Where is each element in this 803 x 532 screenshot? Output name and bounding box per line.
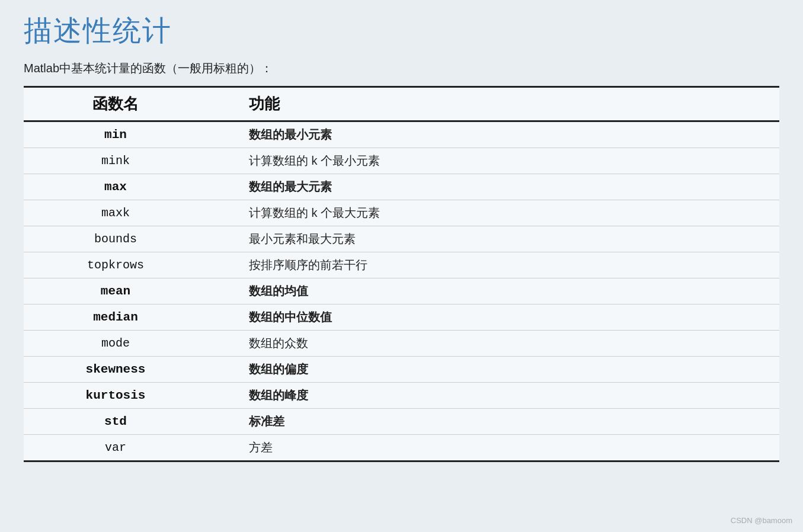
cell-func-desc: 数组的偏度 [213, 357, 779, 383]
cell-func-desc: 计算数组的 k 个最小元素 [213, 148, 779, 174]
table-row: bounds最小元素和最大元素 [24, 226, 779, 252]
cell-func-name: mink [24, 148, 213, 174]
cell-func-desc: 按排序顺序的前若干行 [213, 252, 779, 278]
cell-func-name: mode [24, 331, 213, 357]
table-row: mode数组的众数 [24, 331, 779, 357]
cell-func-desc: 数组的众数 [213, 331, 779, 357]
cell-func-name: bounds [24, 226, 213, 252]
cell-func-desc: 数组的最小元素 [213, 121, 779, 148]
table-row: min数组的最小元素 [24, 121, 779, 148]
table-row: var方差 [24, 435, 779, 462]
col-header-desc: 功能 [213, 87, 779, 121]
cell-func-name: min [24, 121, 213, 148]
page-title: 描述性统计 [24, 12, 779, 50]
table-row: topkrows按排序顺序的前若干行 [24, 252, 779, 278]
table-row: skewness数组的偏度 [24, 357, 779, 383]
col-header-func: 函数名 [24, 87, 213, 121]
cell-func-desc: 数组的中位数值 [213, 305, 779, 331]
cell-func-desc: 数组的均值 [213, 278, 779, 305]
cell-func-name: mean [24, 278, 213, 305]
table-row: maxk计算数组的 k 个最大元素 [24, 200, 779, 226]
cell-func-desc: 最小元素和最大元素 [213, 226, 779, 252]
table-row: mink计算数组的 k 个最小元素 [24, 148, 779, 174]
table-row: mean数组的均值 [24, 278, 779, 305]
cell-func-name: kurtosis [24, 383, 213, 409]
table-row: median数组的中位数值 [24, 305, 779, 331]
cell-func-name: median [24, 305, 213, 331]
cell-func-desc: 数组的峰度 [213, 383, 779, 409]
watermark: CSDN @bamoom [731, 516, 792, 525]
cell-func-desc: 数组的最大元素 [213, 174, 779, 200]
cell-func-name: maxk [24, 200, 213, 226]
cell-func-desc: 方差 [213, 435, 779, 462]
functions-table: 函数名 功能 min数组的最小元素mink计算数组的 k 个最小元素max数组的… [24, 86, 779, 462]
cell-func-name: var [24, 435, 213, 462]
cell-func-desc: 标准差 [213, 409, 779, 435]
table-row: std标准差 [24, 409, 779, 435]
table-row: max数组的最大元素 [24, 174, 779, 200]
table-row: kurtosis数组的峰度 [24, 383, 779, 409]
page-subtitle: Matlab中基本统计量的函数（一般用标粗的）： [24, 60, 779, 76]
cell-func-name: std [24, 409, 213, 435]
cell-func-name: skewness [24, 357, 213, 383]
cell-func-desc: 计算数组的 k 个最大元素 [213, 200, 779, 226]
cell-func-name: topkrows [24, 252, 213, 278]
cell-func-name: max [24, 174, 213, 200]
table-header-row: 函数名 功能 [24, 87, 779, 121]
main-table-container: 函数名 功能 min数组的最小元素mink计算数组的 k 个最小元素max数组的… [24, 86, 779, 462]
